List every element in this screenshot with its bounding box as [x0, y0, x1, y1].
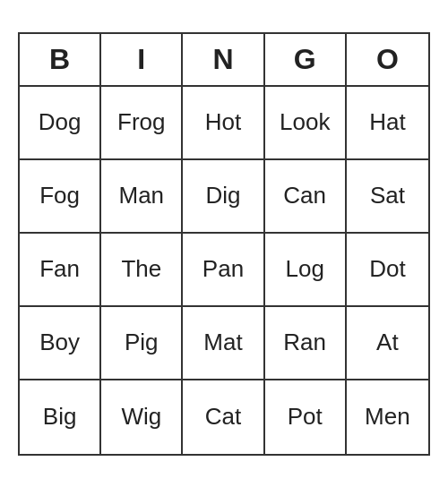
bingo-cell[interactable]: Log: [265, 234, 347, 307]
header-letter: I: [101, 34, 183, 85]
bingo-cell[interactable]: Frog: [101, 87, 183, 160]
bingo-cell[interactable]: Ran: [265, 307, 347, 380]
bingo-cell[interactable]: Dog: [20, 87, 101, 160]
bingo-cell[interactable]: Man: [101, 160, 183, 234]
bingo-cell[interactable]: The: [101, 234, 183, 307]
bingo-cell[interactable]: Mat: [183, 307, 264, 380]
bingo-cell[interactable]: Men: [347, 380, 428, 454]
bingo-cell[interactable]: Fog: [20, 160, 101, 234]
bingo-cell[interactable]: Can: [265, 160, 347, 234]
bingo-cell[interactable]: At: [347, 307, 428, 380]
header-letter: B: [20, 34, 101, 85]
bingo-cell[interactable]: Dot: [347, 234, 428, 307]
bingo-cell[interactable]: Pan: [183, 234, 264, 307]
bingo-cell[interactable]: Fan: [20, 234, 101, 307]
bingo-cell[interactable]: Pot: [265, 380, 347, 454]
bingo-cell[interactable]: Dig: [183, 160, 264, 234]
bingo-cell[interactable]: Cat: [183, 380, 264, 454]
bingo-grid: DogFrogHotLookHatFogManDigCanSatFanThePa…: [20, 87, 428, 454]
bingo-cell[interactable]: Sat: [347, 160, 428, 234]
bingo-cell[interactable]: Hot: [183, 87, 264, 160]
bingo-cell[interactable]: Boy: [20, 307, 101, 380]
bingo-cell[interactable]: Pig: [101, 307, 183, 380]
bingo-cell[interactable]: Wig: [101, 380, 183, 454]
bingo-cell[interactable]: Hat: [347, 87, 428, 160]
header-letter: G: [265, 34, 347, 85]
bingo-cell[interactable]: Look: [265, 87, 347, 160]
bingo-card: BINGO DogFrogHotLookHatFogManDigCanSatFa…: [18, 32, 430, 456]
header-letter: N: [183, 34, 264, 85]
bingo-header: BINGO: [20, 34, 428, 87]
bingo-cell[interactable]: Big: [20, 380, 101, 454]
header-letter: O: [347, 34, 428, 85]
